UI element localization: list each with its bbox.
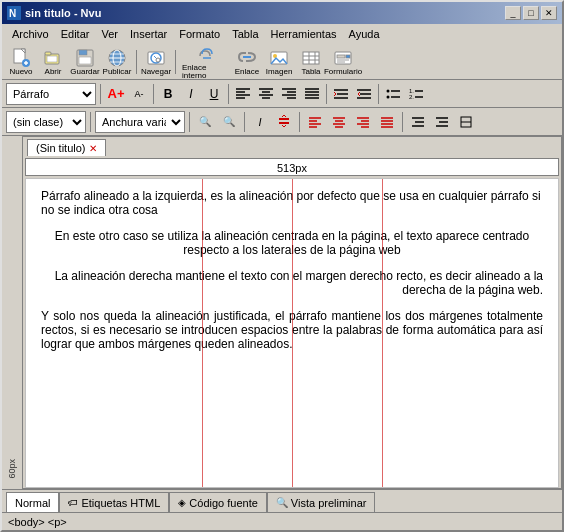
title-bar-left: N sin titulo - Nvu xyxy=(7,6,101,20)
tb3-align-j[interactable] xyxy=(376,111,398,133)
tag-icon: 🏷 xyxy=(68,497,78,508)
link-label: Enlace xyxy=(235,68,259,76)
maximize-button[interactable]: □ xyxy=(523,6,539,20)
font-increase-button[interactable]: A+ xyxy=(105,83,127,105)
menu-tabla[interactable]: Tabla xyxy=(226,26,264,42)
paragraph-3[interactable]: La alineación derecha mantiene el texto … xyxy=(41,269,543,297)
image-button[interactable]: Imagen xyxy=(264,48,294,76)
tb2-sep5 xyxy=(378,84,379,104)
table-icon xyxy=(301,48,321,68)
minimize-button[interactable]: _ xyxy=(505,6,521,20)
svg-rect-8 xyxy=(45,52,51,55)
menu-editar[interactable]: Editar xyxy=(55,26,96,42)
editor-tab-sin-titulo[interactable]: (Sin titulo) ✕ xyxy=(27,139,106,156)
bold-button[interactable]: B xyxy=(157,83,179,105)
tb3-btn3[interactable] xyxy=(273,111,295,133)
publish-button[interactable]: Publicar xyxy=(102,48,132,76)
menu-ver[interactable]: Ver xyxy=(95,26,124,42)
table-label: Tabla xyxy=(301,68,320,76)
save-label: Guardar xyxy=(70,68,99,76)
window-title: sin titulo - Nvu xyxy=(25,7,101,19)
tb3-btn1[interactable]: 🔍 xyxy=(194,111,216,133)
tab-etiquetas-html[interactable]: 🏷 Etiquetas HTML xyxy=(59,492,169,512)
tb3-sep3 xyxy=(244,112,245,132)
internal-link-button[interactable]: Enlace interno xyxy=(180,48,230,76)
font-decrease-button[interactable]: A- xyxy=(128,83,150,105)
tb2-sep4 xyxy=(326,84,327,104)
svg-rect-9 xyxy=(47,56,57,62)
indent-button[interactable] xyxy=(330,83,352,105)
paragraph-2[interactable]: En este otro caso se utiliza la alineaci… xyxy=(41,229,543,257)
underline-button[interactable]: U xyxy=(203,83,225,105)
form-label: Formulario xyxy=(324,68,362,76)
tb3-align-l[interactable] xyxy=(304,111,326,133)
editor-top-bar: 513px xyxy=(23,156,561,178)
image-label: Imagen xyxy=(266,68,293,76)
navigate-icon xyxy=(146,48,166,68)
table-button[interactable]: Tabla xyxy=(296,48,326,76)
navigate-button[interactable]: Navegar xyxy=(141,48,171,76)
tab-normal[interactable]: Normal xyxy=(6,492,59,512)
tb3-btn2[interactable]: 🔍 xyxy=(218,111,240,133)
save-button[interactable]: Guardar xyxy=(70,48,100,76)
new-button[interactable]: Nuevo xyxy=(6,48,36,76)
italic-button[interactable]: I xyxy=(180,83,202,105)
tb3-indent2[interactable] xyxy=(431,111,453,133)
menu-insertar[interactable]: Insertar xyxy=(124,26,173,42)
tab-normal-label: Normal xyxy=(15,497,50,509)
link-button[interactable]: Enlace xyxy=(232,48,262,76)
paragraph-1[interactable]: Párrafo alineado a la izquierda, es la a… xyxy=(41,189,543,217)
close-button[interactable]: ✕ xyxy=(541,6,557,20)
svg-point-58 xyxy=(387,89,390,92)
tb3-align-r[interactable] xyxy=(352,111,374,133)
form-icon xyxy=(333,48,353,68)
code-icon: ◈ xyxy=(178,497,186,508)
anchor-select[interactable]: Anchura variable fija xyxy=(95,111,185,133)
outdent-button[interactable] xyxy=(353,83,375,105)
tb3-sep5 xyxy=(402,112,403,132)
menu-ayuda[interactable]: Ayuda xyxy=(343,26,386,42)
list-ordered-button[interactable]: 1. 2. xyxy=(405,83,427,105)
tb3-btn-extra[interactable] xyxy=(455,111,477,133)
tb2-sep3 xyxy=(228,84,229,104)
svg-rect-33 xyxy=(346,55,350,58)
menu-herramientas[interactable]: Herramientas xyxy=(265,26,343,42)
image-icon xyxy=(269,48,289,68)
tb3-align-c[interactable] xyxy=(328,111,350,133)
tb3-outdent2[interactable] xyxy=(407,111,429,133)
menu-archivo[interactable]: Archivo xyxy=(6,26,55,42)
align-left-button[interactable] xyxy=(232,83,254,105)
paragraph-4[interactable]: Y solo nos queda la alineación justifica… xyxy=(41,309,543,351)
status-bar: <body> <p> xyxy=(2,512,562,530)
open-label: Abrir xyxy=(45,68,62,76)
px-display: 513px xyxy=(25,158,559,176)
navigate-label: Navegar xyxy=(141,68,171,76)
list-unordered-button[interactable] xyxy=(382,83,404,105)
tab-vista-preliminar[interactable]: 🔍 Vista preliminar xyxy=(267,492,376,512)
svg-point-60 xyxy=(387,95,390,98)
align-right-button[interactable] xyxy=(278,83,300,105)
tab-close-icon[interactable]: ✕ xyxy=(89,143,97,154)
tab-codigo-fuente[interactable]: ◈ Código fuente xyxy=(169,492,267,512)
align-justify-button[interactable] xyxy=(301,83,323,105)
title-bar: N sin titulo - Nvu _ □ ✕ xyxy=(2,2,562,24)
open-button[interactable]: Abrir xyxy=(38,48,68,76)
form-button[interactable]: Formulario xyxy=(328,48,358,76)
paragraph-select[interactable]: Párrafo Título 1 Título 2 Título 3 Pre xyxy=(6,83,96,105)
new-icon xyxy=(11,48,31,68)
menu-formato[interactable]: Formato xyxy=(173,26,226,42)
publish-label: Publicar xyxy=(103,68,132,76)
new-label: Nuevo xyxy=(9,68,32,76)
align-center-button[interactable] xyxy=(255,83,277,105)
ruler-label: 60px xyxy=(7,459,17,479)
tab-vista-label: Vista preliminar xyxy=(291,497,367,509)
editor-content[interactable]: Párrafo alineado a la izquierda, es la a… xyxy=(25,178,559,488)
tb3-sep4 xyxy=(299,112,300,132)
class-select[interactable]: (sin clase) clase1 xyxy=(6,111,86,133)
toolbar1: Nuevo Abrir Guardar xyxy=(2,44,562,80)
tb2-sep1 xyxy=(100,84,101,104)
tb3-italic[interactable]: I xyxy=(249,111,271,133)
toolbar-sep-1 xyxy=(136,50,137,74)
svg-rect-26 xyxy=(303,52,319,64)
title-buttons: _ □ ✕ xyxy=(505,6,557,20)
